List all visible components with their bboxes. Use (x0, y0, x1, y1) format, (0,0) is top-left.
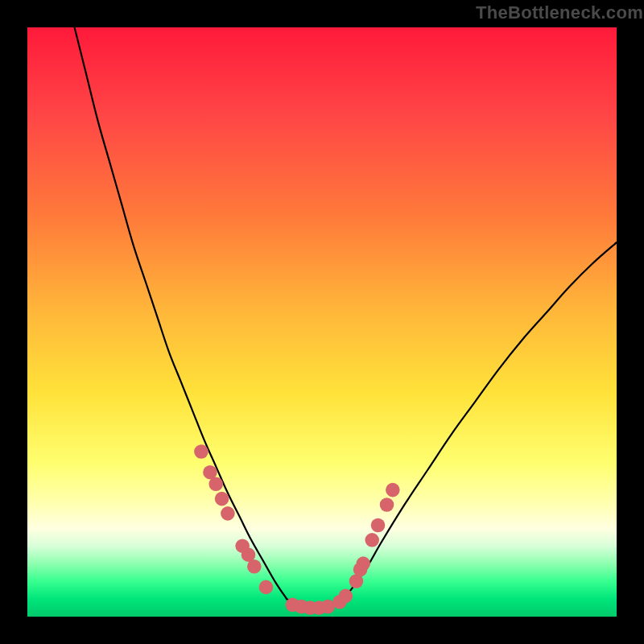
curve-layer (27, 27, 617, 617)
marker-dot (386, 483, 400, 497)
series-bottleneck-left (75, 27, 287, 599)
series-bottleneck-right (334, 242, 617, 606)
series-paths (75, 27, 617, 608)
plot-area (27, 27, 617, 617)
marker-dot (247, 559, 262, 574)
marker-dot (208, 477, 223, 492)
marker-dot (371, 518, 386, 533)
marker-dot (259, 580, 274, 595)
marker-dot (356, 556, 370, 571)
marker-dot (380, 497, 394, 512)
marker-dot (338, 589, 353, 604)
marker-dot (221, 506, 235, 521)
chart-frame: TheBottleneck.com (0, 0, 644, 644)
marker-dot (215, 492, 229, 506)
marker-dots (194, 444, 399, 615)
marker-dot (194, 444, 208, 459)
marker-dot (365, 533, 379, 547)
watermark-text: TheBottleneck.com (476, 2, 643, 23)
